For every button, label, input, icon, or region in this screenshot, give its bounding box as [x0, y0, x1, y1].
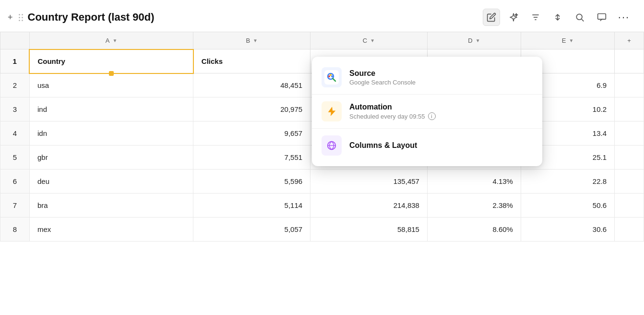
col-b-header[interactable]: B ▼ — [193, 32, 310, 49]
row-7-country: bra — [29, 194, 193, 218]
row-3-clicks: 20,975 — [193, 97, 310, 121]
row-6-plus — [615, 170, 644, 194]
filter-button[interactable] — [527, 9, 544, 26]
row-3-num: 3 — [0, 97, 30, 121]
edit-button[interactable] — [483, 9, 500, 26]
row-8-num: 8 — [0, 218, 30, 242]
automation-subtitle: Scheduled every day 09:55 i — [349, 112, 436, 120]
row-7-ctr: 2.38% — [427, 194, 521, 218]
col-c-sort-arrow: ▼ — [370, 38, 375, 43]
svg-rect-6 — [324, 70, 339, 85]
row-5-num: 5 — [0, 145, 30, 170]
row-1-num: 1 — [0, 49, 30, 73]
resize-handle[interactable] — [109, 71, 114, 76]
row-6-num: 6 — [0, 170, 30, 194]
col-b-sort-arrow: ▼ — [253, 38, 258, 43]
row-8-position: 30.6 — [521, 218, 614, 242]
col-e-header[interactable]: E ▼ — [521, 32, 614, 49]
source-title: Source — [349, 69, 416, 78]
country-field-header[interactable]: Country — [29, 49, 193, 73]
row-7-impressions: 214,838 — [310, 194, 428, 218]
row-7-num: 7 — [0, 194, 30, 218]
row-7-clicks: 5,114 — [193, 194, 310, 218]
row-5-clicks: 7,551 — [193, 145, 310, 170]
row-4-plus — [615, 121, 644, 145]
col-a-sort-arrow: ▼ — [113, 38, 118, 43]
svg-rect-5 — [598, 14, 606, 20]
row-8-country: mex — [29, 218, 193, 242]
dropdown-menu: Source Google Search Console Automation … — [312, 57, 542, 166]
add-column-button[interactable]: + — [615, 32, 644, 49]
header: + Country Report (last 90d) — [0, 0, 644, 32]
row-4-clicks: 9,657 — [193, 121, 310, 145]
col-d-sort-arrow: ▼ — [476, 38, 480, 43]
row-8-impressions: 58,815 — [310, 218, 428, 242]
row-5-country: gbr — [29, 145, 193, 170]
page-title: Country Report (last 90d) — [28, 11, 155, 24]
row-6-position: 22.8 — [521, 170, 614, 194]
row-2-num: 2 — [0, 73, 30, 97]
chat-button[interactable] — [593, 9, 610, 26]
row-3-country: ind — [29, 97, 193, 121]
source-text-block: Source Google Search Console — [349, 69, 416, 86]
row-2-plus — [615, 73, 644, 97]
svg-point-10 — [330, 74, 332, 76]
table-row: 6 deu 5,596 135,457 4.13% 22.8 — [0, 170, 644, 194]
column-header-row: A ▼ B ▼ C ▼ — [0, 32, 644, 49]
row-3-plus — [615, 97, 644, 121]
svg-point-3 — [576, 14, 582, 20]
add-widget-button[interactable]: + — [8, 12, 13, 23]
header-right: ··· — [483, 9, 632, 26]
col-c-header[interactable]: C ▼ — [310, 32, 428, 49]
search-button[interactable] — [571, 9, 588, 26]
columns-layout-text-block: Columns & Layout — [349, 141, 417, 150]
table-row: 8 mex 5,057 58,815 8.60% 30.6 — [0, 218, 644, 242]
automation-title: Automation — [349, 103, 436, 111]
row-1-plus — [615, 49, 644, 73]
row-num-header — [0, 32, 30, 49]
menu-item-source[interactable]: Source Google Search Console — [312, 61, 542, 95]
columns-layout-icon — [322, 135, 342, 156]
clicks-field-header[interactable]: Clicks — [193, 49, 310, 73]
row-6-clicks: 5,596 — [193, 170, 310, 194]
col-a-header[interactable]: A ▼ — [29, 32, 193, 49]
menu-item-automation[interactable]: Automation Scheduled every day 09:55 i — [312, 95, 542, 129]
row-7-position: 50.6 — [521, 194, 614, 218]
automation-icon — [322, 101, 342, 121]
source-subtitle: Google Search Console — [349, 79, 416, 86]
row-4-num: 4 — [0, 121, 30, 145]
row-6-country: deu — [29, 170, 193, 194]
row-8-clicks: 5,057 — [193, 218, 310, 242]
col-d-header[interactable]: D ▼ — [427, 32, 521, 49]
row-5-plus — [615, 145, 644, 170]
row-8-plus — [615, 218, 644, 242]
drag-handle[interactable] — [19, 14, 23, 21]
header-left: + Country Report (last 90d) — [8, 11, 155, 24]
sort-button[interactable] — [549, 9, 566, 26]
table-row: 7 bra 5,114 214,838 2.38% 50.6 — [0, 194, 644, 218]
row-6-ctr: 4.13% — [427, 170, 521, 194]
svg-point-11 — [331, 75, 333, 77]
row-2-country: usa — [29, 73, 193, 97]
row-8-ctr: 8.60% — [427, 218, 521, 242]
svg-point-9 — [328, 75, 330, 77]
automation-text-block: Automation Scheduled every day 09:55 i — [349, 103, 436, 120]
columns-layout-title: Columns & Layout — [349, 141, 417, 150]
col-e-sort-arrow: ▼ — [569, 38, 573, 43]
more-button[interactable]: ··· — [615, 9, 632, 26]
row-4-country: idn — [29, 121, 193, 145]
info-icon[interactable]: i — [428, 112, 436, 120]
row-6-impressions: 135,457 — [310, 170, 428, 194]
sparkle-button[interactable] — [505, 9, 522, 26]
row-2-clicks: 48,451 — [193, 73, 310, 97]
app-container: + Country Report (last 90d) — [0, 0, 644, 315]
menu-item-columns-layout[interactable]: Columns & Layout — [312, 129, 542, 162]
source-icon — [322, 67, 342, 87]
row-7-plus — [615, 194, 644, 218]
svg-line-4 — [582, 19, 584, 22]
